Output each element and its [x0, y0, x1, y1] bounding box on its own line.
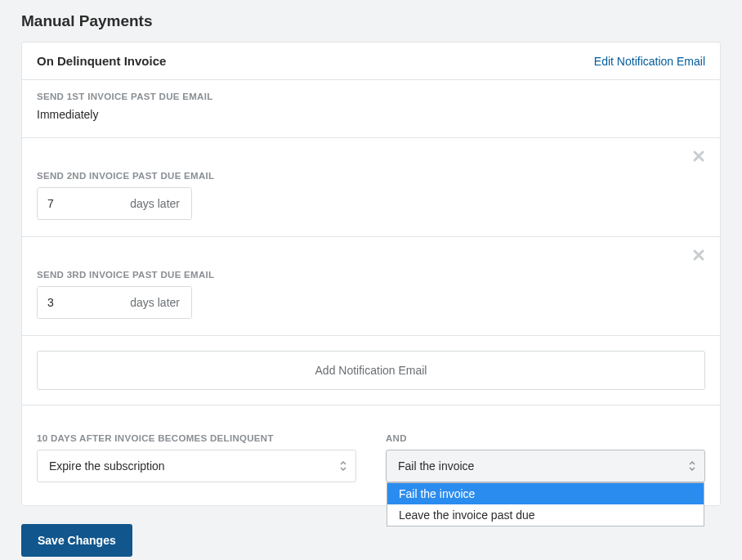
subscription-action-value: Expire the subscription: [49, 459, 165, 473]
add-notification-email-button[interactable]: Add Notification Email: [37, 351, 705, 390]
invoice-action-select[interactable]: Fail the invoice Fail the invoice Leave …: [386, 450, 705, 482]
close-icon: [692, 151, 705, 165]
third-email-days-input[interactable]: [38, 287, 130, 318]
second-email-days-input[interactable]: [38, 188, 130, 219]
subscription-action-select[interactable]: Expire the subscription: [37, 450, 356, 482]
second-email-section: SEND 2ND INVOICE PAST DUE EMAIL days lat…: [22, 138, 720, 237]
select-arrows-icon: [688, 460, 696, 472]
second-email-input-group: days later: [37, 187, 192, 220]
invoice-action-label: AND: [386, 433, 705, 443]
save-changes-button[interactable]: Save Changes: [21, 524, 132, 557]
first-email-value: Immediately: [37, 108, 705, 121]
page-title: Manual Payments: [21, 12, 721, 30]
first-email-section: SEND 1ST INVOICE PAST DUE EMAIL Immediat…: [22, 80, 720, 138]
close-icon: [692, 250, 705, 264]
third-email-section: SEND 3RD INVOICE PAST DUE EMAIL days lat…: [22, 237, 720, 336]
remove-third-email-button[interactable]: [692, 249, 708, 265]
delinquent-invoice-card: On Delinquent Invoice Edit Notification …: [21, 42, 721, 506]
third-email-input-group: days later: [37, 286, 192, 319]
second-email-suffix: days later: [130, 188, 191, 219]
add-email-section: Add Notification Email: [22, 336, 720, 405]
subscription-action-column: 10 DAYS AFTER INVOICE BECOMES DELINQUENT…: [37, 433, 356, 482]
invoice-option-fail[interactable]: Fail the invoice: [387, 483, 704, 504]
first-email-label: SEND 1ST INVOICE PAST DUE EMAIL: [37, 92, 705, 101]
delinquent-action-section: 10 DAYS AFTER INVOICE BECOMES DELINQUENT…: [22, 405, 720, 505]
invoice-action-dropdown: Fail the invoice Leave the invoice past …: [387, 482, 704, 526]
second-email-label: SEND 2ND INVOICE PAST DUE EMAIL: [37, 171, 705, 181]
invoice-action-value: Fail the invoice: [398, 459, 474, 473]
invoice-option-leave-past-due[interactable]: Leave the invoice past due: [387, 504, 704, 526]
remove-second-email-button[interactable]: [692, 150, 708, 166]
subscription-action-label: 10 DAYS AFTER INVOICE BECOMES DELINQUENT: [37, 433, 356, 443]
third-email-label: SEND 3RD INVOICE PAST DUE EMAIL: [37, 270, 705, 280]
invoice-action-column: AND Fail the invoice Fail the invoice Le…: [386, 433, 705, 482]
edit-notification-email-link[interactable]: Edit Notification Email: [594, 55, 705, 68]
select-arrows-icon: [339, 460, 347, 472]
card-header: On Delinquent Invoice Edit Notification …: [22, 43, 720, 80]
card-header-title: On Delinquent Invoice: [37, 54, 166, 68]
third-email-suffix: days later: [130, 287, 191, 318]
